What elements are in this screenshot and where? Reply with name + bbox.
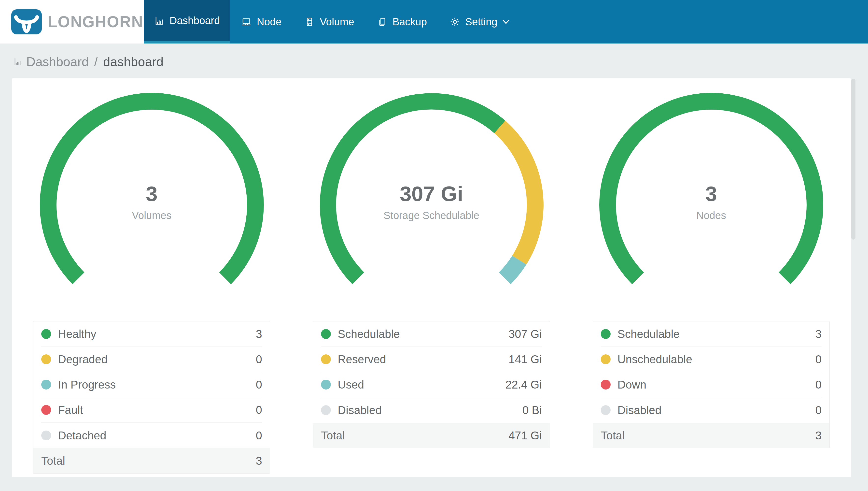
legend-row: Disabled 0 [601, 397, 822, 423]
volumes-gauge: 3 Volumes [40, 93, 264, 289]
nav-item-label: Setting [465, 16, 497, 28]
degraded-dot-icon [41, 354, 51, 364]
disabled-dot-icon [321, 405, 331, 415]
legend-row: Unschedulable 0 [601, 347, 822, 372]
legend-row: Healthy 3 [41, 321, 262, 347]
legend-row: Schedulable 307 Gi [321, 321, 542, 347]
legend-row: Fault 0 [41, 397, 262, 423]
schedulable-dot-icon [321, 329, 331, 339]
down-dot-icon [601, 380, 611, 389]
copy-icon [377, 17, 388, 27]
app-header: LONGHORN Dashboard Node Vol [0, 0, 868, 44]
longhorn-logo-icon [11, 9, 42, 34]
legend-total-row: Total 3 [33, 448, 270, 473]
chevron-down-icon [502, 20, 510, 24]
breadcrumb-page: dashboard [103, 54, 163, 69]
nav-item-setting[interactable]: Setting [438, 0, 521, 44]
volumes-legend: Healthy 3 Degraded 0 In Progress 0 Fault… [33, 321, 270, 473]
schedulable-dot-icon [601, 329, 611, 339]
main-nav: Dashboard Node Volume Backup [144, 0, 868, 44]
disabled-dot-icon [601, 405, 611, 415]
nav-item-label: Backup [393, 16, 427, 28]
server-icon [304, 17, 315, 27]
used-dot-icon [321, 380, 331, 389]
nav-item-node[interactable]: Node [230, 0, 292, 44]
nav-item-label: Volume [320, 16, 354, 28]
legend-row: Disabled 0 Bi [321, 397, 542, 423]
bull-icon [11, 9, 42, 34]
legend-row: Schedulable 3 [601, 321, 822, 347]
nav-item-dashboard[interactable]: Dashboard [144, 0, 230, 44]
legend-row: Reserved 141 Gi [321, 347, 542, 372]
breadcrumb: Dashboard / dashboard [13, 54, 868, 69]
detached-dot-icon [41, 431, 51, 440]
gear-icon [450, 17, 460, 27]
laptop-icon [241, 17, 252, 27]
nav-item-volume[interactable]: Volume [293, 0, 366, 44]
gauge-label: Storage Schedulable [319, 210, 544, 221]
gauge-label: Nodes [599, 210, 823, 221]
gauge-value: 3 [40, 183, 264, 204]
reserved-dot-icon [321, 354, 331, 364]
unschedulable-dot-icon [601, 354, 611, 364]
nodes-panel: 3 Nodes Schedulable 3 Unschedulable 0 Do… [571, 78, 851, 477]
legend-total-row: Total 3 [593, 423, 830, 448]
vertical-scrollbar[interactable] [851, 79, 856, 240]
gauge-label: Volumes [40, 210, 264, 221]
nav-item-label: Node [257, 16, 281, 28]
fault-dot-icon [41, 405, 51, 415]
nav-item-backup[interactable]: Backup [366, 0, 438, 44]
storage-gauge: 307 Gi Storage Schedulable [319, 93, 544, 289]
gauge-value: 3 [599, 183, 823, 204]
breadcrumb-separator: / [92, 54, 99, 69]
storage-panel: 307 Gi Storage Schedulable Schedulable 3… [291, 78, 571, 477]
breadcrumb-section[interactable]: Dashboard [26, 54, 89, 69]
gauge-value: 307 Gi [319, 183, 544, 204]
nodes-legend: Schedulable 3 Unschedulable 0 Down 0 Dis… [593, 321, 830, 448]
nav-item-label: Dashboard [169, 15, 220, 27]
legend-row: Degraded 0 [41, 347, 262, 372]
storage-legend: Schedulable 307 Gi Reserved 141 Gi Used … [313, 321, 550, 448]
legend-row: Down 0 [601, 372, 822, 397]
brand-name: LONGHORN [48, 13, 143, 31]
volumes-panel: 3 Volumes Healthy 3 Degraded 0 In Progre… [12, 78, 291, 477]
legend-row: In Progress 0 [41, 372, 262, 397]
chart-bar-icon [154, 15, 164, 26]
legend-total-row: Total 471 Gi [313, 423, 550, 448]
in-progress-dot-icon [41, 380, 51, 389]
legend-row: Detached 0 [41, 423, 262, 448]
healthy-dot-icon [41, 329, 51, 339]
nodes-gauge: 3 Nodes [599, 93, 823, 289]
dashboard-card: 3 Volumes Healthy 3 Degraded 0 In Progre… [12, 78, 851, 477]
legend-row: Used 22.4 Gi [321, 372, 542, 397]
logo-area[interactable]: LONGHORN [0, 0, 144, 44]
chart-bar-icon [13, 57, 22, 66]
